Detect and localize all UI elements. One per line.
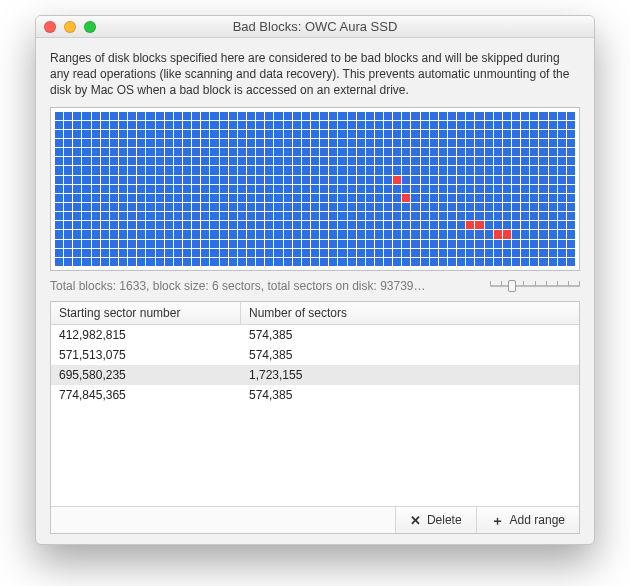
block-cell[interactable] [293,166,301,174]
block-cell[interactable] [366,157,374,165]
block-cell[interactable] [110,203,118,211]
block-cell[interactable] [284,221,292,229]
block-cell[interactable] [567,203,575,211]
block-cell[interactable] [302,212,310,220]
zoom-slider-thumb[interactable] [508,280,516,292]
block-cell[interactable] [73,203,81,211]
block-cell[interactable] [238,249,246,257]
block-cell[interactable] [421,194,429,202]
block-cell[interactable] [183,121,191,129]
block-cell[interactable] [448,212,456,220]
block-cell[interactable] [128,130,136,138]
block-cell[interactable] [146,148,154,156]
block-cell[interactable] [220,258,228,266]
block-cell[interactable] [238,148,246,156]
block-cell[interactable] [457,230,465,238]
block-cell[interactable] [457,176,465,184]
block-cell[interactable] [439,212,447,220]
block-cell[interactable] [220,112,228,120]
block-cell[interactable] [201,221,209,229]
block-cell[interactable] [156,166,164,174]
block-cell[interactable] [338,203,346,211]
block-cell[interactable] [448,185,456,193]
block-cell[interactable] [375,194,383,202]
block-cell[interactable] [567,148,575,156]
block-cell[interactable] [457,185,465,193]
block-cell[interactable] [567,230,575,238]
block-cell[interactable] [110,249,118,257]
block-cell[interactable] [366,121,374,129]
block-cell[interactable] [539,258,547,266]
block-cell[interactable] [192,212,200,220]
block-cell[interactable] [293,203,301,211]
block-cell[interactable] [549,212,557,220]
block-cell[interactable] [73,185,81,193]
block-cell[interactable] [284,130,292,138]
block-cell[interactable] [183,203,191,211]
block-cell[interactable] [238,121,246,129]
block-cell[interactable] [411,166,419,174]
block-cell[interactable] [320,166,328,174]
block-cell[interactable] [475,194,483,202]
block-cell[interactable] [448,240,456,248]
block-cell[interactable] [302,148,310,156]
block-cell[interactable] [402,139,410,147]
block-cell[interactable] [247,121,255,129]
block-cell[interactable] [119,176,127,184]
block-cell[interactable] [320,249,328,257]
block-cell[interactable] [92,166,100,174]
block-cell[interactable] [265,157,273,165]
block-cell[interactable] [357,166,365,174]
block-cell[interactable] [485,121,493,129]
block-cell[interactable] [485,240,493,248]
block-cell[interactable] [229,249,237,257]
block-cell[interactable] [220,249,228,257]
block-cell[interactable] [402,212,410,220]
block-cell[interactable] [110,121,118,129]
block-cell[interactable] [567,258,575,266]
block-cell[interactable] [146,139,154,147]
block-cell[interactable] [192,166,200,174]
block-cell[interactable] [156,258,164,266]
block-cell[interactable] [430,130,438,138]
block-cell[interactable] [448,139,456,147]
bad-block-cell[interactable] [466,221,474,229]
block-cell[interactable] [101,166,109,174]
block-cell[interactable] [549,121,557,129]
table-body[interactable]: 412,982,815574,385571,513,075574,385695,… [51,325,579,506]
block-cell[interactable] [256,212,264,220]
block-cell[interactable] [503,258,511,266]
block-cell[interactable] [137,249,145,257]
block-cell[interactable] [156,230,164,238]
block-cell[interactable] [101,121,109,129]
block-cell[interactable] [384,157,392,165]
block-cell[interactable] [539,121,547,129]
block-cell[interactable] [348,121,356,129]
block-cell[interactable] [338,221,346,229]
block-cell[interactable] [494,112,502,120]
block-cell[interactable] [119,203,127,211]
block-cell[interactable] [137,203,145,211]
block-cell[interactable] [229,130,237,138]
block-cell[interactable] [338,249,346,257]
block-cell[interactable] [82,258,90,266]
block-cell[interactable] [539,194,547,202]
block-cell[interactable] [366,139,374,147]
block-cell[interactable] [549,130,557,138]
block-cell[interactable] [466,249,474,257]
block-cell[interactable] [137,121,145,129]
block-cell[interactable] [475,148,483,156]
block-cell[interactable] [165,212,173,220]
block-cell[interactable] [146,258,154,266]
block-cell[interactable] [220,203,228,211]
block-cell[interactable] [64,249,72,257]
block-cell[interactable] [558,203,566,211]
block-cell[interactable] [366,221,374,229]
block-cell[interactable] [338,185,346,193]
block-cell[interactable] [512,148,520,156]
block-cell[interactable] [375,240,383,248]
block-cell[interactable] [466,121,474,129]
block-cell[interactable] [411,230,419,238]
block-cell[interactable] [146,112,154,120]
block-cell[interactable] [293,130,301,138]
